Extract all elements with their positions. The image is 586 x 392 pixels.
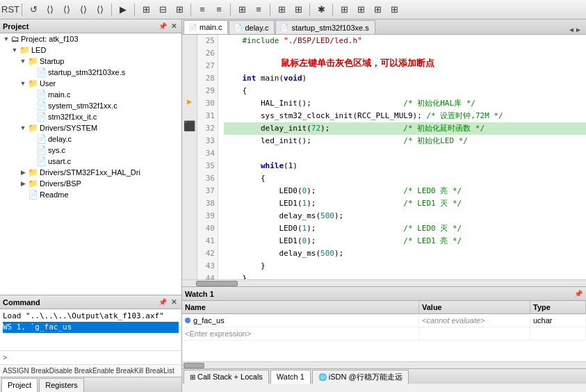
tree-toggle-led[interactable]: ▼ bbox=[10, 45, 19, 55]
tree-toggle-readme bbox=[18, 190, 28, 199]
tree-item-system-c[interactable]: 📄 system_stm32f1xx.c bbox=[0, 100, 181, 111]
tb-btn-19[interactable]: ⊞ bbox=[386, 2, 402, 17]
drivers-stm32-folder-icon: 📁 bbox=[28, 168, 38, 177]
gutter-33[interactable] bbox=[182, 133, 197, 145]
line-numbers: 25 26 27 28 29 30 31 32 33 34 35 36 37 3… bbox=[197, 35, 218, 279]
tab-project[interactable]: Project bbox=[1, 378, 38, 392]
tab-registers[interactable]: Registers bbox=[39, 378, 83, 392]
code-scrollbar-thumb[interactable] bbox=[196, 281, 238, 286]
gutter-31[interactable] bbox=[182, 108, 197, 121]
gutter-36[interactable] bbox=[182, 170, 197, 182]
gutter-30-arrow[interactable]: ▶ bbox=[182, 96, 197, 108]
watch-pin-icon[interactable]: 📌 bbox=[573, 289, 583, 299]
left-panel: Project 📌 ✕ ▼ 🗂 Project: atk_f103 ▼ 📁 LE… bbox=[0, 19, 182, 392]
tb-btn-7[interactable]: ⊟ bbox=[155, 2, 170, 17]
tree-toggle-drivers-stm32[interactable]: ▶ bbox=[18, 168, 28, 177]
watch-col-name: Name bbox=[182, 301, 419, 313]
tree-toggle-drivers-system[interactable]: ▼ bbox=[18, 123, 28, 133]
rst-button[interactable]: RST bbox=[3, 2, 18, 17]
command-pin-icon[interactable]: 📌 bbox=[158, 297, 168, 307]
tb-btn-10[interactable]: ≡ bbox=[211, 2, 227, 17]
tree-item-drivers-bsp[interactable]: ▶ 📁 Drivers/BSP bbox=[0, 178, 181, 189]
gutter-42[interactable] bbox=[182, 243, 197, 255]
run-button[interactable]: ▶ bbox=[115, 2, 131, 17]
tb-btn-8[interactable]: ⊞ bbox=[172, 2, 187, 17]
code-content: 鼠标左键单击灰色区域，可以添加断点 ← #include "./BSP/LED/… bbox=[218, 35, 586, 279]
tree-toggle-user[interactable]: ▼ bbox=[18, 79, 28, 88]
tab-scroll-left[interactable]: ◀ bbox=[568, 26, 575, 34]
tree-item-startup-file[interactable]: 📄 startup_stm32f103xe.s bbox=[0, 67, 181, 78]
watch-col-value: Value bbox=[419, 301, 530, 313]
code-scrollbar-h[interactable] bbox=[182, 279, 586, 286]
tree-item-drivers-stm32[interactable]: ▶ 📁 Drivers/STM32F1xx_HAL_Dri bbox=[0, 167, 181, 178]
watch-scrollbar-thumb[interactable] bbox=[184, 363, 204, 368]
tree-item-readme[interactable]: 📄 Readme bbox=[0, 189, 181, 200]
tree-item-startup[interactable]: ▼ 📁 Startup bbox=[0, 56, 181, 67]
tree-item-sys-c[interactable]: 📄 sys.c bbox=[0, 145, 181, 156]
tree-item-main-c[interactable]: 📄 main.c bbox=[0, 89, 181, 100]
startup-s-tab-icon: 📄 bbox=[280, 24, 288, 31]
tab-call-stack-label: Call Stack + Locals bbox=[197, 373, 263, 381]
tb-btn-4[interactable]: ⟨⟩ bbox=[76, 2, 91, 17]
code-editor: ▶ ⬛ 25 bbox=[182, 35, 586, 279]
gutter-32-bp[interactable]: ⬛ bbox=[182, 120, 197, 133]
tree-item-drivers-system[interactable]: ▼ 📁 Drivers/SYSTEM bbox=[0, 122, 181, 133]
command-line-1: Load "..\..\..\Output\atk_f103.axf" bbox=[3, 311, 179, 322]
watch-row-1[interactable]: <Enter expression> bbox=[182, 327, 586, 341]
tree-toggle-drivers-bsp[interactable]: ▶ bbox=[18, 179, 28, 188]
tab-delay-c[interactable]: 📄 delay.c bbox=[229, 20, 275, 34]
panel-close-icon[interactable]: ✕ bbox=[169, 22, 179, 31]
tree-toggle-startup[interactable]: ▼ bbox=[18, 56, 28, 66]
tb-btn-1[interactable]: ↺ bbox=[26, 2, 41, 17]
tb-btn-3[interactable]: ⟨⟩ bbox=[59, 2, 74, 17]
gutter-39[interactable] bbox=[182, 206, 197, 218]
gutter-27[interactable] bbox=[182, 59, 197, 72]
tab-scroll-right[interactable]: ▶ bbox=[575, 26, 582, 34]
gutter-37[interactable] bbox=[182, 181, 197, 194]
panel-pin-icon[interactable]: 📌 bbox=[158, 22, 168, 31]
tb-btn-14[interactable]: ⊞ bbox=[291, 2, 306, 17]
tree-item-usart-c[interactable]: 📄 usart.c bbox=[0, 156, 181, 167]
gutter-28[interactable] bbox=[182, 72, 197, 84]
gutter-43[interactable] bbox=[182, 255, 197, 268]
tree-item-led[interactable]: ▼ 📁 LED bbox=[0, 44, 181, 56]
tb-btn-2[interactable]: ⟨⟩ bbox=[42, 2, 58, 17]
tree-item-delay-c[interactable]: 📄 delay.c bbox=[0, 133, 181, 145]
command-input[interactable] bbox=[10, 353, 179, 362]
tb-btn-13[interactable]: ⊞ bbox=[274, 2, 289, 17]
tab-startup-s[interactable]: 📄 startup_stm32f103xe.s bbox=[275, 20, 375, 34]
tab-isdninfo[interactable]: 🌐 iSDN @行稳万能走远 bbox=[312, 370, 409, 384]
tb-btn-17[interactable]: ⊞ bbox=[353, 2, 368, 17]
tree-item-project-root[interactable]: ▼ 🗂 Project: atk_f103 bbox=[0, 33, 181, 44]
tree-item-user[interactable]: ▼ 📁 User bbox=[0, 78, 181, 89]
tree-toggle-project-root[interactable]: ▼ bbox=[1, 34, 11, 44]
gutter-25[interactable] bbox=[182, 35, 197, 47]
tab-watch1[interactable]: Watch 1 bbox=[270, 370, 311, 384]
tb-btn-12[interactable]: ≡ bbox=[251, 2, 266, 17]
tb-btn-15[interactable]: ✱ bbox=[314, 2, 329, 17]
code-line-36: { bbox=[224, 172, 586, 185]
tb-btn-5[interactable]: ⟨⟩ bbox=[92, 2, 108, 17]
watch-cell-name-1[interactable]: <Enter expression> bbox=[182, 327, 419, 340]
tb-btn-6[interactable]: ⊞ bbox=[138, 2, 154, 17]
tree-item-stm32-it[interactable]: 📄 stm32f1xx_it.c bbox=[0, 111, 181, 122]
gutter-26[interactable] bbox=[182, 47, 197, 60]
tab-call-stack[interactable]: ⊞ Call Stack + Locals bbox=[184, 370, 269, 384]
gutter-40[interactable] bbox=[182, 218, 197, 231]
watch-scrollbar-h[interactable] bbox=[182, 361, 586, 368]
tb-btn-18[interactable]: ⊞ bbox=[370, 2, 385, 17]
gutter-38[interactable] bbox=[182, 194, 197, 206]
linenum-41: 41 bbox=[197, 235, 215, 247]
linenum-43: 43 bbox=[197, 260, 215, 272]
tb-btn-11[interactable]: ⊞ bbox=[234, 2, 250, 17]
gutter-35[interactable] bbox=[182, 157, 197, 170]
command-close-icon[interactable]: ✕ bbox=[169, 297, 179, 307]
gutter-41[interactable] bbox=[182, 231, 197, 243]
tab-main-c[interactable]: 📄 main.c bbox=[184, 20, 228, 34]
gutter-34[interactable] bbox=[182, 145, 197, 157]
tb-btn-16[interactable]: ⊞ bbox=[336, 2, 352, 17]
gutter-29[interactable] bbox=[182, 83, 197, 96]
gutter-44[interactable] bbox=[182, 267, 197, 279]
tb-btn-9[interactable]: ≡ bbox=[195, 2, 210, 17]
command-line-2[interactable]: WS 1, `g_fac_us bbox=[3, 322, 179, 333]
